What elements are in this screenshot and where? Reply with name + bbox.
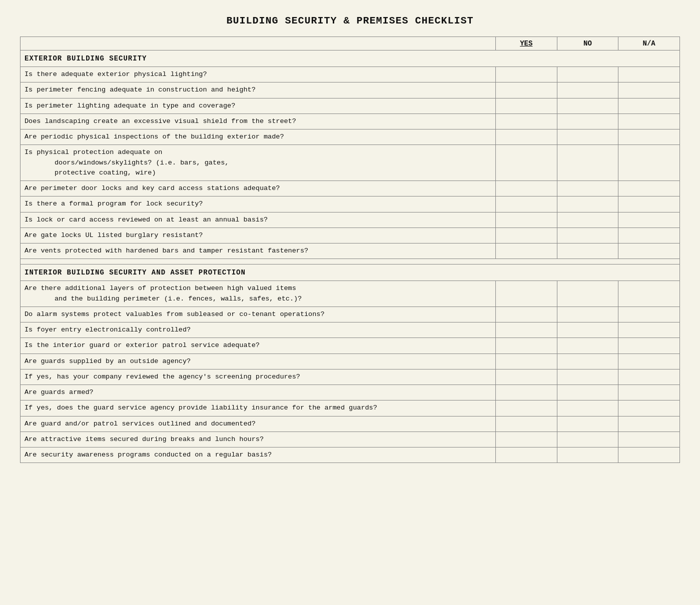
check-na-q18[interactable] [618, 385, 680, 400]
check-no-q15[interactable] [557, 338, 618, 354]
question-q20: Are guard and/or patrol services outline… [21, 416, 496, 432]
question-q15: Is the interior guard or exterior patrol… [21, 338, 496, 354]
check-yes-q21[interactable] [495, 432, 557, 447]
table-row: Are periodic physical inspections of the… [21, 130, 680, 145]
table-row: Are attractive items secured during brea… [21, 432, 680, 447]
table-row: Is there adequate exterior physical ligh… [21, 67, 680, 82]
check-na-q3[interactable] [618, 98, 680, 114]
check-na-q8[interactable] [618, 196, 680, 212]
check-yes-q11[interactable] [495, 244, 557, 259]
question-q22: Are security awareness programs conducte… [21, 448, 496, 463]
check-yes-q16[interactable] [495, 354, 557, 369]
check-no-q16[interactable] [557, 354, 618, 369]
check-na-q16[interactable] [618, 354, 680, 369]
check-no-q4[interactable] [557, 114, 618, 129]
check-na-q10[interactable] [618, 228, 680, 243]
check-no-q7[interactable] [557, 181, 618, 196]
table-row: Is physical protection adequate ondoors/… [21, 145, 680, 181]
check-no-q5[interactable] [557, 130, 618, 145]
header-yes: YES [495, 37, 557, 50]
check-yes-q17[interactable] [495, 369, 557, 384]
check-no-q17[interactable] [557, 369, 618, 384]
table-row: Is the interior guard or exterior patrol… [21, 338, 680, 354]
question-q12: Are there additional layers of protectio… [21, 281, 496, 307]
table-row: If yes, does the guard service agency pr… [21, 400, 680, 416]
page-title: BUILDING SECURITY & PREMISES CHECKLIST [20, 15, 680, 26]
check-na-q5[interactable] [618, 130, 680, 145]
question-q19: If yes, does the guard service agency pr… [21, 400, 496, 416]
check-yes-q4[interactable] [495, 114, 557, 129]
check-na-q14[interactable] [618, 322, 680, 338]
check-na-q11[interactable] [618, 244, 680, 259]
question-q8: Is there a formal program for lock secur… [21, 196, 496, 212]
check-yes-q15[interactable] [495, 338, 557, 354]
question-q5: Are periodic physical inspections of the… [21, 130, 496, 145]
check-na-q7[interactable] [618, 181, 680, 196]
question-q21: Are attractive items secured during brea… [21, 432, 496, 447]
check-yes-q8[interactable] [495, 196, 557, 212]
question-q13: Do alarm systems protect valuables from … [21, 306, 496, 322]
checklist-table: YES NO N/A EXTERIOR BUILDING SECURITYIs … [20, 36, 680, 463]
check-yes-q1[interactable] [495, 67, 557, 82]
check-no-q19[interactable] [557, 400, 618, 416]
check-no-q14[interactable] [557, 322, 618, 338]
check-yes-q20[interactable] [495, 416, 557, 432]
check-yes-q12[interactable] [495, 281, 557, 307]
check-no-q20[interactable] [557, 416, 618, 432]
header-na: N/A [618, 37, 680, 50]
check-yes-q6[interactable] [495, 145, 557, 181]
check-na-q1[interactable] [618, 67, 680, 82]
question-q6: Is physical protection adequate ondoors/… [21, 145, 496, 181]
check-no-q8[interactable] [557, 196, 618, 212]
spacer-row [21, 259, 680, 264]
check-yes-q14[interactable] [495, 322, 557, 338]
header-question [21, 37, 496, 50]
check-no-q1[interactable] [557, 67, 618, 82]
check-yes-q13[interactable] [495, 306, 557, 322]
question-q18: Are guards armed? [21, 385, 496, 400]
question-q17: If yes, has your company reviewed the ag… [21, 369, 496, 384]
question-q2: Is perimeter fencing adequate in constru… [21, 82, 496, 98]
check-yes-q7[interactable] [495, 181, 557, 196]
check-na-q4[interactable] [618, 114, 680, 129]
check-no-q12[interactable] [557, 281, 618, 307]
table-row: Are vents protected with hardened bars a… [21, 244, 680, 259]
question-q10: Are gate locks UL listed burglary resist… [21, 228, 496, 243]
check-yes-q18[interactable] [495, 385, 557, 400]
check-yes-q9[interactable] [495, 212, 557, 228]
question-q3: Is perimeter lighting adequate in type a… [21, 98, 496, 114]
check-na-q17[interactable] [618, 369, 680, 384]
check-na-q2[interactable] [618, 82, 680, 98]
check-no-q22[interactable] [557, 448, 618, 463]
check-no-q13[interactable] [557, 306, 618, 322]
check-na-q19[interactable] [618, 400, 680, 416]
check-yes-q22[interactable] [495, 448, 557, 463]
question-q7: Are perimeter door locks and key card ac… [21, 181, 496, 196]
question-q11: Are vents protected with hardened bars a… [21, 244, 496, 259]
question-q1: Is there adequate exterior physical ligh… [21, 67, 496, 82]
check-na-q6[interactable] [618, 145, 680, 181]
check-na-q13[interactable] [618, 306, 680, 322]
check-yes-q2[interactable] [495, 82, 557, 98]
check-na-q20[interactable] [618, 416, 680, 432]
check-na-q22[interactable] [618, 448, 680, 463]
check-yes-q19[interactable] [495, 400, 557, 416]
check-no-q18[interactable] [557, 385, 618, 400]
check-no-q3[interactable] [557, 98, 618, 114]
check-no-q11[interactable] [557, 244, 618, 259]
check-no-q6[interactable] [557, 145, 618, 181]
check-na-q15[interactable] [618, 338, 680, 354]
check-na-q12[interactable] [618, 281, 680, 307]
check-na-q9[interactable] [618, 212, 680, 228]
check-yes-q3[interactable] [495, 98, 557, 114]
section-header-interior: INTERIOR BUILDING SECURITY AND ASSET PRO… [21, 264, 680, 281]
check-no-q21[interactable] [557, 432, 618, 447]
check-no-q9[interactable] [557, 212, 618, 228]
check-na-q21[interactable] [618, 432, 680, 447]
table-row: Is perimeter fencing adequate in constru… [21, 82, 680, 98]
check-yes-q5[interactable] [495, 130, 557, 145]
table-row: Are guard and/or patrol services outline… [21, 416, 680, 432]
check-no-q2[interactable] [557, 82, 618, 98]
check-yes-q10[interactable] [495, 228, 557, 243]
check-no-q10[interactable] [557, 228, 618, 243]
